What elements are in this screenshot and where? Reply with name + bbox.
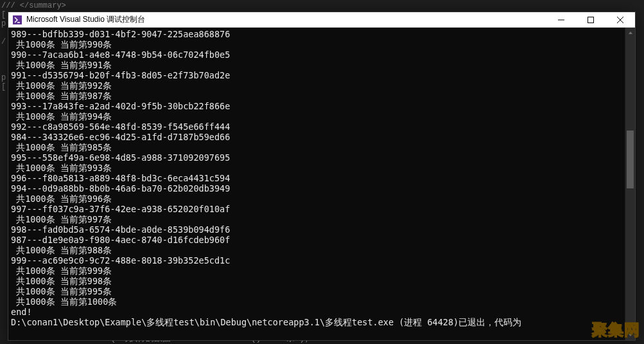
terminal-line: 共1000条 当前第1000条 (11, 296, 622, 307)
titlebar[interactable]: Microsoft Visual Studio 调试控制台 (8, 12, 635, 28)
terminal-line: 987---d1e9e0a9-f980-4aec-8740-d16fcdeb96… (11, 235, 622, 245)
terminal-line: 共1000条 当前第988条 (11, 245, 622, 255)
scrollbar[interactable] (625, 28, 635, 340)
scroll-up-arrow[interactable] (625, 28, 635, 38)
editor-bg-line: /// </summary> (1, 1, 643, 10)
terminal-line: 共1000条 当前第996条 (11, 194, 622, 204)
svg-rect-3 (588, 17, 594, 23)
terminal-area: 989---bdfbb339-d031-4bf2-9047-225aea8688… (8, 28, 635, 340)
terminal-line: 共1000条 当前第991条 (11, 60, 622, 70)
terminal-line: 共1000条 当前第997条 (11, 214, 622, 224)
terminal-line: 984---343326e6-ec96-4d25-a1fd-d7187b59ed… (11, 132, 622, 142)
terminal-line: 997---ff037c9a-37f6-42ee-a938-652020f010… (11, 204, 622, 214)
terminal-line: 990---7acaa6b1-a4e8-4748-9b54-06c7024fb0… (11, 50, 622, 60)
terminal-line: 共1000条 当前第994条 (11, 111, 622, 122)
terminal-line: 993---17a843fe-a2ad-402d-9f5b-30bcb22f86… (11, 101, 622, 111)
terminal-output[interactable]: 989---bdfbb339-d031-4bf2-9047-225aea8688… (8, 28, 625, 340)
terminal-line: 998---fad0bd5a-6574-4bde-a0de-8539b094d9… (11, 224, 622, 235)
terminal-line: 996---f80a5813-a889-48f8-bd3c-6eca4431c5… (11, 173, 622, 183)
window-title: Microsoft Visual Studio 调试控制台 (26, 14, 546, 25)
terminal-line: 994---0d9a88bb-8b0b-46a6-ba70-62b020db39… (11, 183, 622, 194)
terminal-line: D:\conan1\Desktop\Example\多线程test\bin\De… (11, 317, 622, 327)
app-icon (12, 15, 22, 25)
close-button[interactable] (605, 12, 635, 28)
scroll-thumb[interactable] (627, 131, 634, 188)
terminal-line: end! (11, 307, 622, 317)
terminal-line: 991---d5356794-b20f-4fb3-8d05-e2f73b70ad… (11, 70, 622, 80)
terminal-line: 999---ac69e9c0-9c72-488e-8018-39b352e5cd… (11, 255, 622, 266)
terminal-line: 共1000条 当前第999条 (11, 266, 622, 276)
terminal-line: 共1000条 当前第998条 (11, 276, 622, 286)
terminal-line: 共1000条 当前第995条 (11, 286, 622, 296)
terminal-line: 992---c8a98569-564e-48fd-8539-f545e66ff4… (11, 122, 622, 132)
terminal-line: 995---558ef49a-6e98-4d85-a988-3710920976… (11, 152, 622, 163)
terminal-line: 共1000条 当前第990条 (11, 39, 622, 50)
terminal-line: 共1000条 当前第987条 (11, 91, 622, 101)
terminal-line: 989---bdfbb339-d031-4bf2-9047-225aea8688… (11, 29, 622, 39)
minimize-button[interactable] (546, 12, 576, 28)
terminal-line: 共1000条 当前第993条 (11, 163, 622, 173)
window-controls (546, 12, 635, 28)
terminal-line: 共1000条 当前第992条 (11, 80, 622, 91)
console-window: Microsoft Visual Studio 调试控制台 989---bdfb… (8, 12, 636, 341)
terminal-line: 共1000条 当前第985条 (11, 142, 622, 152)
maximize-button[interactable] (576, 12, 605, 28)
watermark: 聚集网 (592, 320, 640, 340)
